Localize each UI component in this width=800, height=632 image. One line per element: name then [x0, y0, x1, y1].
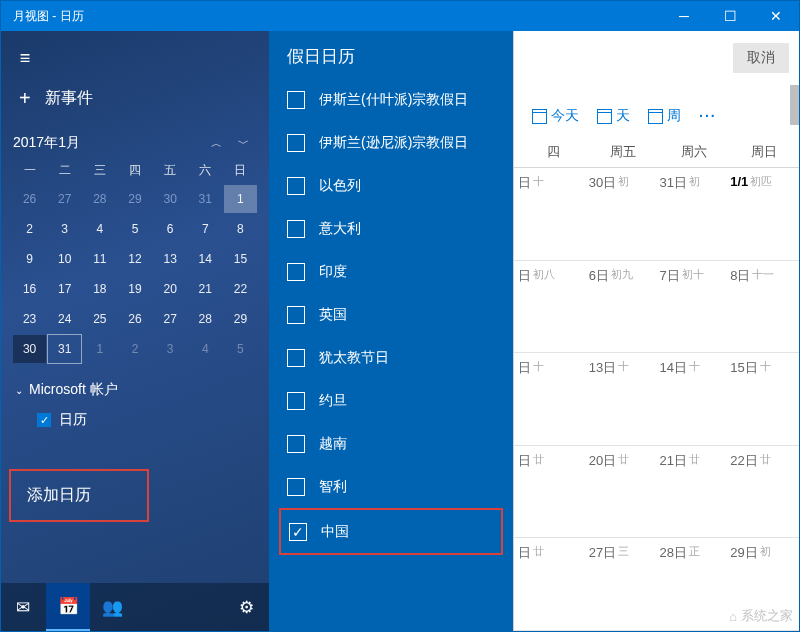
holiday-item[interactable]: 犹太教节日 [279, 336, 503, 379]
cancel-button[interactable]: 取消 [733, 43, 789, 73]
mini-day-cell[interactable]: 1 [83, 335, 116, 363]
account-calendar-item[interactable]: ✓ 日历 [15, 399, 255, 429]
mini-day-cell[interactable]: 3 [48, 215, 81, 243]
mini-day-cell[interactable]: 1 [224, 185, 257, 213]
mini-day-cell[interactable]: 20 [154, 275, 187, 303]
mini-day-cell[interactable]: 6 [154, 215, 187, 243]
mini-day-cell[interactable]: 28 [189, 305, 222, 333]
day-cell[interactable]: 30日初 [587, 174, 658, 260]
day-cell[interactable]: 8日十一 [728, 267, 799, 353]
prev-month-button[interactable]: ︿ [211, 136, 222, 151]
minimize-button[interactable]: ─ [661, 1, 707, 31]
mini-day-cell[interactable]: 27 [48, 185, 81, 213]
mini-day-cell[interactable]: 8 [224, 215, 257, 243]
day-cell[interactable]: 15日十 [728, 359, 799, 445]
close-button[interactable]: ✕ [753, 1, 799, 31]
mini-day-cell[interactable]: 4 [189, 335, 222, 363]
checkbox-icon[interactable] [287, 392, 305, 410]
mini-day-cell[interactable]: 14 [189, 245, 222, 273]
mini-day-cell[interactable]: 22 [224, 275, 257, 303]
checkbox-icon[interactable] [287, 91, 305, 109]
day-cell[interactable]: 7日初十 [658, 267, 729, 353]
mini-day-cell[interactable]: 16 [13, 275, 46, 303]
mini-day-cell[interactable]: 5 [118, 215, 151, 243]
day-cell[interactable]: 日廿 [516, 452, 587, 538]
mini-day-cell[interactable]: 17 [48, 275, 81, 303]
day-view-button[interactable]: 天 [591, 103, 636, 129]
day-cell[interactable]: 22日廿 [728, 452, 799, 538]
checkbox-icon[interactable] [287, 220, 305, 238]
more-button[interactable]: ··· [693, 108, 723, 124]
calendar-icon[interactable]: 📅 [46, 583, 91, 631]
mini-day-cell[interactable]: 9 [13, 245, 46, 273]
mini-day-cell[interactable]: 26 [13, 185, 46, 213]
holiday-item[interactable]: 意大利 [279, 207, 503, 250]
holiday-item[interactable]: ✓中国 [279, 508, 503, 555]
mini-day-cell[interactable]: 3 [154, 335, 187, 363]
checkbox-icon[interactable] [287, 134, 305, 152]
holiday-item[interactable]: 英国 [279, 293, 503, 336]
day-cell[interactable]: 14日十 [658, 359, 729, 445]
mini-day-cell[interactable]: 28 [83, 185, 116, 213]
scrollbar-thumb[interactable] [790, 85, 799, 125]
mini-day-cell[interactable]: 29 [118, 185, 151, 213]
checkbox-icon[interactable] [287, 177, 305, 195]
mini-day-cell[interactable]: 13 [154, 245, 187, 273]
checkbox-icon[interactable] [287, 306, 305, 324]
mini-day-cell[interactable]: 15 [224, 245, 257, 273]
holiday-item[interactable]: 伊斯兰(什叶派)宗教假日 [279, 78, 503, 121]
day-cell[interactable]: 27日三 [587, 544, 658, 630]
day-cell[interactable]: 28日正 [658, 544, 729, 630]
settings-icon[interactable]: ⚙ [224, 583, 269, 631]
mini-day-cell[interactable]: 25 [83, 305, 116, 333]
day-cell[interactable]: 日廿 [516, 544, 587, 630]
mini-day-cell[interactable]: 23 [13, 305, 46, 333]
checkbox-icon[interactable] [287, 478, 305, 496]
checkbox-icon[interactable] [287, 349, 305, 367]
mini-day-cell[interactable]: 12 [118, 245, 151, 273]
checkbox-icon[interactable]: ✓ [289, 523, 307, 541]
checkbox-on-icon[interactable]: ✓ [37, 413, 51, 427]
holiday-item[interactable]: 印度 [279, 250, 503, 293]
mini-day-cell[interactable]: 5 [224, 335, 257, 363]
mini-month-label[interactable]: 2017年1月 [13, 134, 211, 152]
holiday-item[interactable]: 越南 [279, 422, 503, 465]
mini-day-cell[interactable]: 30 [154, 185, 187, 213]
mini-day-cell[interactable]: 29 [224, 305, 257, 333]
holiday-item[interactable]: 约旦 [279, 379, 503, 422]
holiday-item[interactable]: 智利 [279, 465, 503, 508]
week-view-button[interactable]: 周 [642, 103, 687, 129]
mini-day-cell[interactable]: 4 [83, 215, 116, 243]
day-cell[interactable]: 日初八 [516, 267, 587, 353]
people-icon[interactable]: 👥 [90, 583, 135, 631]
hamburger-icon[interactable]: ≡ [1, 39, 49, 77]
mini-day-cell[interactable]: 24 [48, 305, 81, 333]
add-calendar-button[interactable]: 添加日历 [9, 469, 149, 522]
day-cell[interactable]: 20日廿 [587, 452, 658, 538]
mini-day-cell[interactable]: 7 [189, 215, 222, 243]
day-cell[interactable]: 日十 [516, 174, 587, 260]
mini-day-cell[interactable]: 2 [118, 335, 151, 363]
mini-day-cell[interactable]: 19 [118, 275, 151, 303]
mini-day-cell[interactable]: 11 [83, 245, 116, 273]
day-cell[interactable]: 6日初九 [587, 267, 658, 353]
mail-icon[interactable]: ✉ [1, 583, 46, 631]
mini-day-cell[interactable]: 27 [154, 305, 187, 333]
new-event-button[interactable]: + 新事件 [1, 77, 269, 124]
mini-day-cell[interactable]: 18 [83, 275, 116, 303]
holiday-item[interactable]: 伊斯兰(逊尼派)宗教假日 [279, 121, 503, 164]
day-cell[interactable]: 21日廿 [658, 452, 729, 538]
mini-day-cell[interactable]: 31 [189, 185, 222, 213]
day-cell[interactable]: 1/1初匹 [728, 174, 799, 260]
day-cell[interactable]: 29日初 [728, 544, 799, 630]
mini-day-cell[interactable]: 30 [13, 335, 46, 363]
mini-day-cell[interactable]: 26 [118, 305, 151, 333]
checkbox-icon[interactable] [287, 435, 305, 453]
mini-day-cell[interactable]: 31 [48, 335, 81, 363]
mini-day-cell[interactable]: 2 [13, 215, 46, 243]
mini-day-cell[interactable]: 21 [189, 275, 222, 303]
day-cell[interactable]: 日十 [516, 359, 587, 445]
today-button[interactable]: 今天 [526, 103, 585, 129]
account-header[interactable]: ⌄ Microsoft 帐户 [15, 381, 255, 399]
mini-day-cell[interactable]: 10 [48, 245, 81, 273]
